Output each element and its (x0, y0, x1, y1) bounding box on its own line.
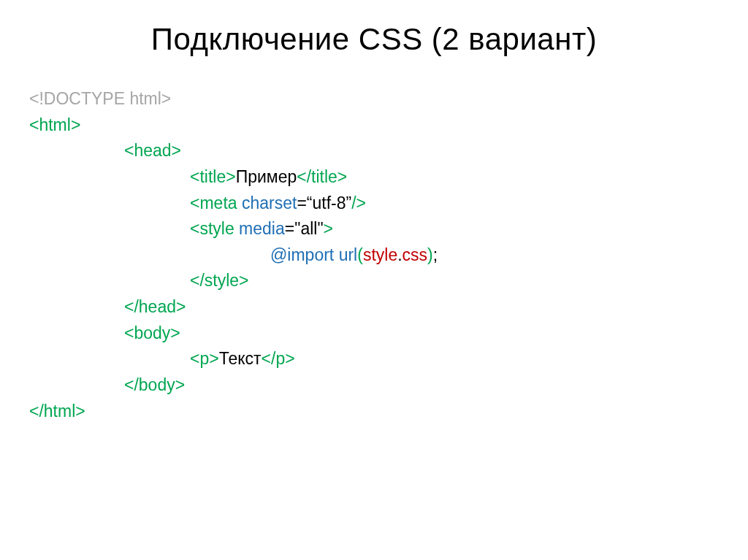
doctype-text: <!DOCTYPE html> (29, 89, 171, 108)
p-close: </p> (262, 349, 295, 368)
code-line: </head> (29, 294, 719, 321)
code-line: <html> (29, 112, 719, 139)
style-filename: style (363, 245, 397, 264)
meta-attr-value: =“utf-8” (297, 193, 351, 212)
paren-close: ) (427, 245, 433, 264)
code-line: <meta charset=“utf-8”/> (29, 191, 719, 217)
title-content: Пример (236, 167, 297, 186)
head-close: </head> (124, 297, 186, 316)
slide: Подключение CSS (2 вариант) <!DOCTYPE ht… (0, 0, 748, 560)
code-line: <body> (29, 321, 719, 347)
slide-title: Подключение CSS (2 вариант) (29, 22, 719, 57)
code-line: <style media="all"> (29, 216, 719, 242)
css-ext: css (402, 245, 428, 264)
body-open: <body> (124, 323, 180, 342)
p-content: Текст (219, 349, 262, 368)
head-open: <head> (124, 141, 181, 160)
title-close: </title> (297, 167, 347, 186)
paren-open: ( (357, 245, 363, 264)
code-line: @import url(style.css); (29, 242, 719, 269)
code-block: <!DOCTYPE html> <html> <head> <title>При… (29, 86, 719, 424)
style-open: <style (190, 219, 234, 238)
code-line: </style> (29, 268, 719, 294)
style-close: </style> (190, 271, 249, 290)
code-line: <head> (29, 138, 719, 164)
code-line: <title>Пример</title> (29, 164, 719, 191)
import-keyword: @import (270, 245, 334, 264)
semicolon: ; (433, 245, 438, 264)
html-open: <html> (29, 115, 80, 134)
html-close: </html> (29, 402, 85, 421)
body-close: </body> (124, 375, 185, 394)
code-line: </html> (29, 399, 719, 425)
style-attr-name: media (234, 219, 285, 238)
meta-attr-name: charset (237, 193, 297, 212)
code-line: </body> (29, 372, 719, 399)
p-open: <p> (190, 349, 219, 368)
style-open-end: > (324, 219, 333, 238)
title-open: <title> (190, 167, 236, 186)
style-attr-value: ="all" (285, 219, 324, 238)
code-line: <p>Текст</p> (29, 346, 719, 372)
code-line: <!DOCTYPE html> (29, 86, 719, 112)
meta-close: /> (351, 193, 366, 212)
meta-open: <meta (190, 193, 237, 212)
url-fn: url (334, 245, 357, 264)
